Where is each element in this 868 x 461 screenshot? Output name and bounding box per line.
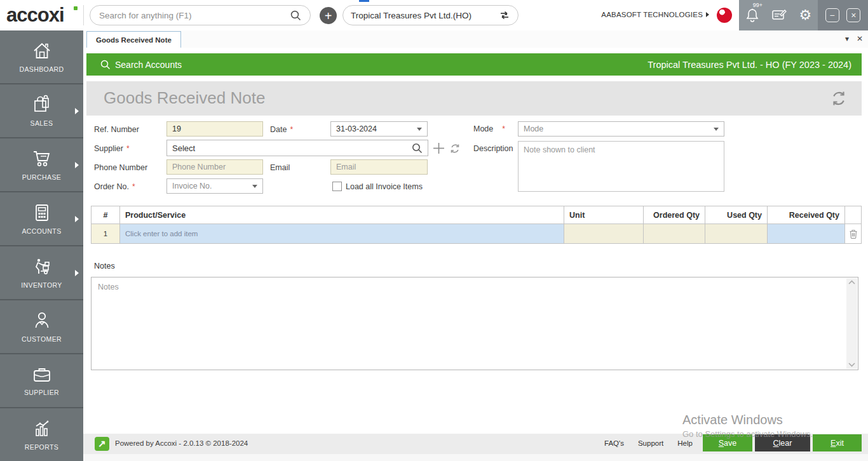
top-accent-strip xyxy=(359,0,369,2)
sidebar-item-label: SUPPLIER xyxy=(24,389,59,396)
powered-by-text: Powered by Accoxi - 2.0.13 © 2018-2024 xyxy=(115,439,248,447)
settings-gear-icon[interactable]: ⚙ xyxy=(799,8,812,22)
close-button[interactable]: × xyxy=(846,8,860,22)
chevron-down-icon xyxy=(714,128,719,131)
tab-list-dropdown-icon[interactable]: ▾ xyxy=(845,34,849,43)
activate-windows-watermark: Activate Windows xyxy=(682,413,783,427)
search-input[interactable] xyxy=(99,11,290,20)
sidebar-item-label: REPORTS xyxy=(25,443,58,451)
window-controls: − × xyxy=(818,0,868,30)
notes-field[interactable] xyxy=(92,277,858,370)
minimize-button[interactable]: − xyxy=(825,8,839,22)
scroll-up-icon[interactable] xyxy=(848,280,855,284)
accoxi-footer-logo-icon: ↗ xyxy=(95,437,109,451)
company-selector-label: Tropical Treasures Pvt Ltd.(HO) xyxy=(351,11,471,20)
submenu-arrow-icon xyxy=(75,162,79,168)
calculator-icon xyxy=(32,203,52,223)
delete-row-cell[interactable] xyxy=(845,224,862,244)
support-link[interactable]: Support xyxy=(638,439,663,447)
supplier-search-field[interactable]: Select xyxy=(166,140,428,156)
faqs-link[interactable]: FAQ's xyxy=(604,439,624,447)
ordered-qty-cell[interactable] xyxy=(644,224,705,244)
account-search-bar: Search Accounts Tropical Treasures Pvt L… xyxy=(86,53,862,76)
col-used-qty: Used Qty xyxy=(705,206,768,224)
date-value: 31-03-2024 xyxy=(336,124,377,133)
refresh-icon[interactable] xyxy=(830,90,848,107)
tab-strip: Goods Received Note ▾ ✕ xyxy=(83,30,868,48)
phone-field[interactable] xyxy=(166,159,263,175)
order-no-select[interactable]: Invoice No. xyxy=(166,178,263,194)
search-accounts-button[interactable]: Search Accounts xyxy=(100,60,182,70)
received-qty-cell[interactable] xyxy=(768,224,845,244)
top-bar: accoxi + Tropical Treasures Pvt Ltd.(HO) xyxy=(0,0,868,30)
email-label: Email xyxy=(270,163,290,172)
load-invoice-items-label: Load all Invoice Items xyxy=(346,182,423,191)
row-number-cell: 1 xyxy=(92,224,120,244)
sidebar-item-inventory[interactable]: INVENTORY xyxy=(0,246,83,300)
sidebar-item-label: INVENTORY xyxy=(21,281,62,289)
sidebar-item-reports[interactable]: REPORTS xyxy=(0,408,83,461)
tab-goods-received-note[interactable]: Goods Received Note xyxy=(86,31,181,48)
organization-menu[interactable]: AABASOFT TECHNOLOGIES xyxy=(601,11,709,18)
sidebar-item-sales[interactable]: SALES xyxy=(0,84,83,138)
search-icon[interactable] xyxy=(290,10,301,21)
product-service-cell[interactable]: Click enter to add item xyxy=(120,224,564,244)
description-field[interactable] xyxy=(518,141,724,192)
chevron-down-icon xyxy=(252,185,257,188)
date-picker[interactable]: 31-03-2024 xyxy=(330,121,428,137)
sidebar-item-label: ACCOUNTS xyxy=(22,227,61,235)
email-field[interactable] xyxy=(330,159,428,175)
sidebar-item-customer[interactable]: CUSTOMER xyxy=(0,300,83,354)
description-label: Description xyxy=(473,144,513,153)
add-button[interactable]: + xyxy=(320,7,337,24)
switch-company-icon[interactable] xyxy=(499,10,510,20)
ref-number-field[interactable] xyxy=(166,121,263,137)
search-icon[interactable] xyxy=(412,143,423,154)
trash-icon[interactable] xyxy=(849,229,858,239)
required-asterisk: * xyxy=(290,125,293,134)
sidebar-item-accounts[interactable]: ACCOUNTS xyxy=(0,192,83,246)
tab-close-icon[interactable]: ✕ xyxy=(857,34,863,43)
bottom-strip xyxy=(83,454,868,461)
notes-scrollbar[interactable] xyxy=(846,278,857,369)
sidebar-item-label: SALES xyxy=(31,119,53,127)
col-actions xyxy=(845,206,862,224)
user-avatar[interactable] xyxy=(717,8,732,23)
scroll-down-icon[interactable] xyxy=(848,363,855,367)
messages-icon[interactable] xyxy=(771,8,787,22)
submenu-arrow-icon xyxy=(75,270,79,276)
mode-select[interactable]: Mode xyxy=(518,121,724,137)
exit-button[interactable]: Exit xyxy=(813,434,862,451)
sidebar-item-supplier[interactable]: SUPPLIER xyxy=(0,354,83,408)
sidebar-item-purchase[interactable]: PURCHASE xyxy=(0,138,83,192)
items-table-header-row: # Product/Service Unit Ordered Qty Used … xyxy=(92,206,862,224)
accoxi-logo: accoxi xyxy=(6,4,64,27)
notes-container xyxy=(91,277,858,370)
sidebar-item-label: CUSTOMER xyxy=(22,335,62,343)
col-ordered-qty: Ordered Qty xyxy=(644,206,705,224)
unit-cell[interactable] xyxy=(564,224,644,244)
sidebar-item-dashboard[interactable]: DASHBOARD xyxy=(0,30,83,84)
used-qty-cell[interactable] xyxy=(705,224,768,244)
company-selector[interactable]: Tropical Treasures Pvt Ltd.(HO) xyxy=(342,5,519,25)
briefcase-icon xyxy=(31,365,53,384)
date-label: Date* xyxy=(270,125,293,134)
bell-icon xyxy=(745,8,759,23)
col-number: # xyxy=(92,206,120,224)
order-no-placeholder: Invoice No. xyxy=(172,182,212,190)
help-link[interactable]: Help xyxy=(677,439,693,447)
load-invoice-items-checkbox[interactable] xyxy=(332,182,342,191)
global-search[interactable] xyxy=(90,5,311,25)
reload-supplier-icon[interactable] xyxy=(449,143,461,154)
search-accounts-label: Search Accounts xyxy=(115,60,182,70)
chevron-right-icon xyxy=(706,12,709,17)
col-received-qty: Received Qty xyxy=(768,206,845,224)
shopping-bag-icon xyxy=(31,95,53,115)
notifications-button[interactable]: 99+ xyxy=(745,8,759,23)
company-fiscal-year: Tropical Treasures Pvt Ltd. - HO (FY 202… xyxy=(648,60,851,70)
add-supplier-icon[interactable] xyxy=(433,142,445,154)
phone-label: Phone Number xyxy=(94,163,147,172)
ref-number-label: Ref. Number xyxy=(94,125,139,134)
required-asterisk: * xyxy=(132,182,135,191)
mode-label: Mode* xyxy=(473,124,505,133)
